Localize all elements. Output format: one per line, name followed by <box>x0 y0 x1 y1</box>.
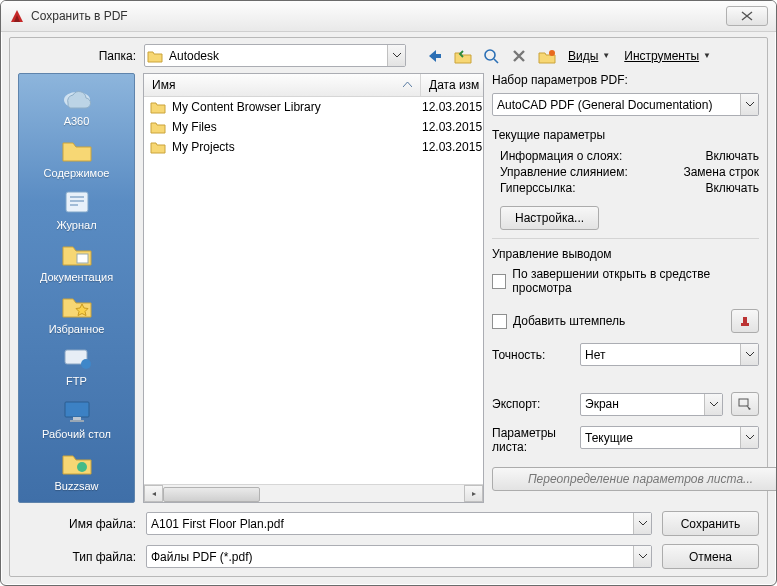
svg-point-1 <box>485 50 495 60</box>
svg-point-11 <box>77 462 87 472</box>
svg-point-2 <box>549 50 555 56</box>
svg-rect-12 <box>741 323 749 326</box>
folder-icon <box>150 140 166 154</box>
chevron-down-icon <box>740 427 758 448</box>
svg-rect-0 <box>435 54 441 58</box>
output-control-label: Управление выводом <box>492 247 759 261</box>
precision-row: Точность: Нет <box>492 343 759 366</box>
svg-rect-5 <box>77 254 88 263</box>
file-list[interactable]: Имя Дата изм My Content Browser Library … <box>143 73 484 503</box>
place-buzzsaw[interactable]: Buzzsaw <box>19 445 134 495</box>
list-body: My Content Browser Library 12.03.2015 My… <box>144 97 483 484</box>
save-button[interactable]: Сохранить <box>662 511 759 536</box>
sheet-row: Параметры листа: Текущие <box>492 426 759 455</box>
param-row: Информация о слоях:Включать <box>500 148 759 164</box>
views-menu[interactable]: Виды▼ <box>564 45 614 67</box>
close-button[interactable] <box>726 6 768 26</box>
scroll-left-button[interactable]: ◂ <box>144 485 163 502</box>
place-desktop[interactable]: Рабочий стол <box>19 393 134 443</box>
cloud-icon <box>59 83 95 113</box>
list-header: Имя Дата изм <box>144 74 483 97</box>
client-area: Папка: Autodesk Виды▼ Инструменты▼ <box>9 37 768 577</box>
open-when-done-checkbox[interactable]: По завершении открыть в средстве просмот… <box>492 267 759 295</box>
search-web-button[interactable] <box>480 45 502 67</box>
place-ftp[interactable]: FTP <box>19 340 134 390</box>
list-item[interactable]: My Projects 12.03.2015 <box>144 137 483 157</box>
checkbox-icon <box>492 274 506 289</box>
list-item[interactable]: My Files 12.03.2015 <box>144 117 483 137</box>
new-folder-button[interactable] <box>536 45 558 67</box>
history-icon <box>59 187 95 217</box>
folder-label: Папка: <box>18 49 136 63</box>
filename-input[interactable]: A101 First Floor Plan.pdf <box>146 512 652 535</box>
column-date[interactable]: Дата изм <box>421 74 484 96</box>
place-content[interactable]: Содержимое <box>19 132 134 182</box>
place-a360[interactable]: A360 <box>19 80 134 130</box>
app-icon <box>9 8 25 24</box>
configure-button[interactable]: Настройка... <box>500 206 599 230</box>
folder-combo-text: Autodesk <box>165 49 387 63</box>
place-docs[interactable]: Документация <box>19 236 134 286</box>
list-item[interactable]: My Content Browser Library 12.03.2015 <box>144 97 483 117</box>
folder-icon <box>150 120 166 134</box>
tools-menu[interactable]: Инструменты▼ <box>620 45 715 67</box>
sheet-override-button[interactable]: Переопределение параметров листа... <box>492 467 777 491</box>
folder-buzzsaw-icon <box>59 448 95 478</box>
up-one-level-button[interactable] <box>452 45 474 67</box>
precision-combo[interactable]: Нет <box>580 343 759 366</box>
preset-label: Набор параметров PDF: <box>492 73 759 87</box>
folder-star-icon <box>59 291 95 321</box>
toolbar: Папка: Autodesk Виды▼ Инструменты▼ <box>18 44 759 67</box>
window-select-button[interactable] <box>731 392 759 416</box>
param-row: Гиперссылка:Включать <box>500 180 759 196</box>
filetype-combo[interactable]: Файлы PDF (*.pdf) <box>146 545 652 568</box>
desktop-icon <box>59 396 95 426</box>
delete-button[interactable] <box>508 45 530 67</box>
chevron-down-icon <box>387 45 405 66</box>
column-name[interactable]: Имя <box>144 74 421 96</box>
svg-rect-9 <box>73 417 81 420</box>
stamp-settings-button[interactable] <box>731 309 759 333</box>
chevron-down-icon <box>740 94 758 115</box>
svg-point-7 <box>81 359 91 369</box>
folder-icon <box>59 135 95 165</box>
file-list-area: Имя Дата изм My Content Browser Library … <box>143 73 484 503</box>
cancel-button[interactable]: Отмена <box>662 544 759 569</box>
place-journal[interactable]: Журнал <box>19 184 134 234</box>
preset-combo[interactable]: AutoCAD PDF (General Documentation) <box>492 93 759 116</box>
stamp-icon <box>738 314 752 328</box>
svg-rect-10 <box>70 420 84 422</box>
dialog-window: Сохранить в PDF Папка: Autodesk Виды▼ Ин… <box>0 0 777 586</box>
chevron-down-icon <box>633 546 651 567</box>
export-combo[interactable]: Экран <box>580 393 723 416</box>
chevron-down-icon <box>633 513 651 534</box>
scroll-track[interactable] <box>163 486 464 501</box>
back-button[interactable] <box>424 45 446 67</box>
place-favorites[interactable]: Избранное <box>19 288 134 338</box>
bottom-area: Имя файла: A101 First Floor Plan.pdf Сох… <box>18 511 759 569</box>
add-stamp-checkbox[interactable]: Добавить штемпель <box>492 314 725 329</box>
svg-rect-14 <box>739 399 748 406</box>
export-row: Экспорт: Экран <box>492 392 759 416</box>
places-bar: A360 Содержимое Журнал Документация Избр… <box>18 73 135 503</box>
settings-pane: Набор параметров PDF: AutoCAD PDF (Gener… <box>492 73 759 503</box>
svg-rect-4 <box>66 192 88 212</box>
ftp-icon <box>59 343 95 373</box>
window-title: Сохранить в PDF <box>31 9 726 23</box>
sheet-params-combo[interactable]: Текущие <box>580 426 759 449</box>
chevron-down-icon <box>704 394 722 415</box>
chevron-down-icon <box>740 344 758 365</box>
folder-docs-icon <box>59 239 95 269</box>
folder-combo[interactable]: Autodesk <box>144 44 406 67</box>
folder-icon <box>145 49 165 63</box>
scroll-right-button[interactable]: ▸ <box>464 485 483 502</box>
horizontal-scrollbar[interactable]: ◂ ▸ <box>144 484 483 502</box>
select-window-icon <box>738 398 752 410</box>
param-row: Управление слиянием:Замена строк <box>500 164 759 180</box>
title-bar: Сохранить в PDF <box>1 1 776 32</box>
filetype-row: Тип файла: Файлы PDF (*.pdf) Отмена <box>18 544 759 569</box>
scroll-thumb[interactable] <box>163 487 260 502</box>
body: A360 Содержимое Журнал Документация Избр… <box>18 73 759 503</box>
sort-asc-icon <box>403 82 412 88</box>
checkbox-icon <box>492 314 507 329</box>
